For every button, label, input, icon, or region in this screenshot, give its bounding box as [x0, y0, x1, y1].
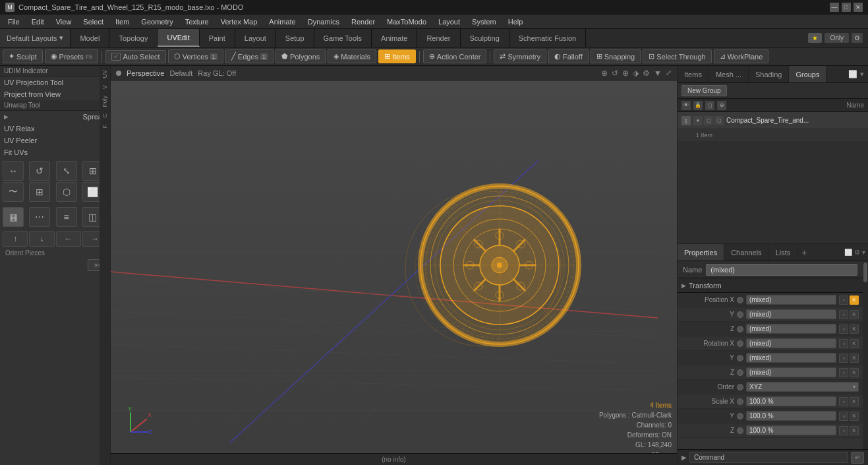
rotation-y-dot[interactable] [737, 355, 743, 361]
maximize-button[interactable]: □ [842, 3, 851, 12]
sel-col-icon[interactable]: ◻ [705, 101, 714, 110]
rotation-y-anim-icon[interactable]: ⬦ [839, 354, 848, 363]
rotation-x-value[interactable]: (mixed) [746, 338, 836, 348]
scale-y-key-icon[interactable]: K [850, 412, 859, 421]
tab-lists[interactable]: Lists [769, 244, 798, 261]
scale-y-dot[interactable] [737, 413, 743, 419]
rotation-x-key-icon[interactable]: K [850, 339, 859, 348]
item-sel-icon[interactable]: ◻ [714, 116, 724, 125]
side-tab-c[interactable]: C [101, 111, 109, 121]
position-x-key-icon[interactable]: K [850, 295, 859, 305]
uv-projection-tool[interactable]: UV Projection Tool ⋮ [0, 77, 110, 88]
grid-tool-icon[interactable]: ⊞ [29, 182, 50, 202]
right-top-expand-icon[interactable]: ▾ [860, 70, 864, 78]
rotation-x-anim-icon[interactable]: ⬦ [839, 339, 848, 348]
position-z-key-icon[interactable]: K [850, 325, 859, 334]
dots-icon[interactable]: ⋯ [29, 207, 50, 227]
position-y-anim-icon[interactable]: ⬦ [839, 310, 848, 319]
item-toggle[interactable]: [ [681, 116, 691, 125]
falloff-button[interactable]: ◐ Falloff [548, 49, 589, 63]
rb-settings-icon[interactable]: ⚙ [854, 249, 860, 256]
position-z-dot[interactable] [737, 326, 743, 332]
auto-select-button[interactable]: ✓ Auto Select [105, 50, 165, 63]
command-enter-button[interactable]: ↵ [851, 452, 864, 464]
scale-z-key-icon[interactable]: K [850, 426, 859, 435]
rotation-z-anim-icon[interactable]: ⬦ [839, 368, 848, 377]
project-from-view[interactable]: Project from View ⋮ [0, 88, 110, 100]
uv-relax-item[interactable]: UV Relax [0, 123, 110, 135]
tab-animate[interactable]: Animate [372, 29, 417, 47]
tab-uvedit[interactable]: UVEdit [158, 29, 199, 47]
add-tab-button[interactable]: + [797, 244, 811, 261]
position-z-value[interactable]: (mixed) [746, 324, 836, 334]
tab-mesh[interactable]: Mesh ... [709, 66, 749, 82]
up-arrow-button[interactable]: ↑ [3, 231, 28, 247]
scrollbar-thumb[interactable] [863, 263, 867, 282]
viewport-snapshot-icon[interactable]: ⬗ [633, 69, 639, 78]
tab-settings-button[interactable]: ⚙ [852, 33, 863, 43]
scale-y-value[interactable]: 100.0 % [746, 411, 836, 421]
menu-view[interactable]: View [51, 16, 77, 27]
fit-uvs-item[interactable]: Fit UVs [0, 146, 110, 158]
edges-button[interactable]: ╱ Edges 1 [225, 49, 274, 63]
move-tool-icon[interactable]: ↔ [3, 161, 24, 181]
checkerboard-icon[interactable]: ▦ [3, 207, 24, 227]
right-top-collapse-icon[interactable]: ⬜ [848, 70, 857, 78]
scale-x-anim-icon[interactable]: ⬦ [839, 397, 848, 406]
viewport-view-icon[interactable]: ⊕ [601, 69, 608, 78]
viewport-settings-icon[interactable]: ⚙ [643, 69, 650, 78]
menu-maxtomodo[interactable]: MaxToModo [382, 16, 432, 27]
rotation-z-key-icon[interactable]: K [850, 368, 859, 377]
select-through-button[interactable]: ⊡ Select Through [643, 49, 711, 63]
presets-button[interactable]: ◉ Presets F6 [45, 49, 99, 63]
tab-schematic-fusion[interactable]: Schematic Fusion [509, 29, 586, 47]
order-dot[interactable] [737, 384, 743, 390]
scale-y-anim-icon[interactable]: ⬦ [839, 412, 848, 421]
tab-channels[interactable]: Channels [724, 244, 768, 261]
position-y-dot[interactable] [737, 311, 743, 318]
tab-shading[interactable]: Shading [749, 66, 789, 82]
new-group-button[interactable]: New Group [681, 85, 727, 96]
close-button[interactable]: ✕ [854, 3, 863, 12]
item-lock-icon[interactable]: ◻ [704, 116, 713, 125]
side-tab-uv[interactable]: UV [101, 67, 109, 81]
viewport-search-icon[interactable]: ⊕ [622, 69, 629, 78]
mesh-tool-icon[interactable]: ⬡ [56, 182, 77, 202]
uv-peeler-item[interactable]: UV Peeler [0, 135, 110, 146]
action-center-button[interactable]: ⊕ Action Center [423, 49, 487, 63]
viewport-canvas[interactable]: X Y Z 4 Items Polygons : Catmull-Clark C… [111, 80, 677, 465]
tab-model[interactable]: Model [71, 29, 109, 47]
layout-selector[interactable]: Default Layouts ▾ [0, 29, 71, 47]
menu-item[interactable]: Item [110, 16, 134, 27]
left-arrow-button[interactable]: ← [56, 231, 81, 247]
menu-file[interactable]: File [3, 16, 25, 27]
eye-col-icon[interactable]: 👁 [681, 101, 691, 110]
menu-vertex-map[interactable]: Vertex Map [216, 16, 263, 27]
order-dropdown[interactable]: XYZ ▾ [746, 382, 859, 392]
rotation-z-dot[interactable] [737, 369, 743, 376]
position-x-dot[interactable] [737, 297, 743, 303]
rotation-y-value[interactable]: (mixed) [746, 353, 836, 363]
side-tab-f[interactable]: F [101, 122, 109, 131]
scale-z-anim-icon[interactable]: ⬦ [839, 426, 848, 435]
symmetry-button[interactable]: ⇄ Symmetry [494, 49, 546, 63]
polygons-button[interactable]: ⬟ Polygons [275, 49, 326, 63]
tab-sculpting[interactable]: Sculpting [461, 29, 509, 47]
materials-button[interactable]: ◈ Materials [328, 49, 376, 63]
workplane-button[interactable]: ⊿ WorkPlane [714, 49, 769, 63]
position-x-value[interactable]: (mixed) [746, 295, 836, 305]
scale-x-dot[interactable] [737, 398, 743, 405]
sculpt-button[interactable]: ✦ Sculpt [3, 49, 43, 63]
add-col-icon[interactable]: ⊕ [717, 101, 726, 110]
scale-tool-icon[interactable]: ⤡ [56, 161, 77, 181]
menu-animate[interactable]: Animate [264, 16, 301, 27]
only-button[interactable]: Only [825, 33, 849, 43]
tab-properties[interactable]: Properties [678, 244, 724, 261]
scale-x-key-icon[interactable]: K [850, 397, 859, 406]
name-value-field[interactable]: (mixed) [706, 264, 857, 276]
tab-topology[interactable]: Topology [109, 29, 158, 47]
tab-items[interactable]: Items [678, 66, 709, 82]
position-y-value[interactable]: (mixed) [746, 309, 836, 319]
lines-icon[interactable]: ≡ [56, 207, 77, 227]
snapping-button[interactable]: ⊞ Snapping [591, 49, 641, 63]
